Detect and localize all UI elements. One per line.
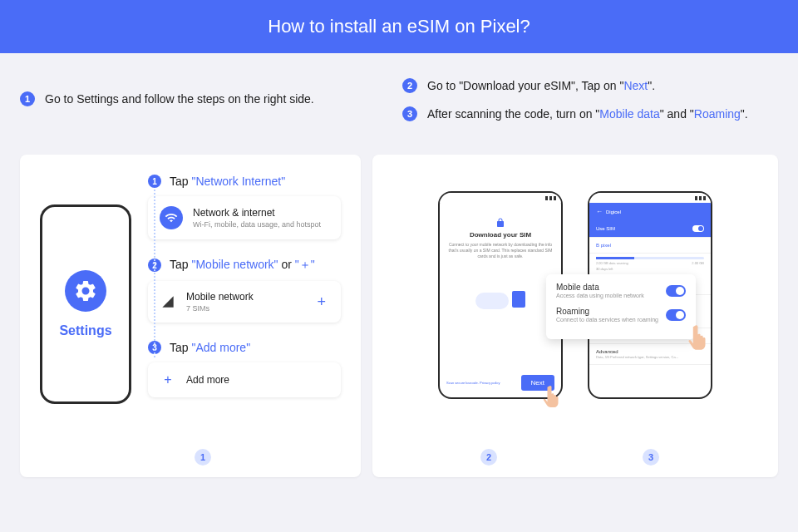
card-title: Network & internet [193, 207, 329, 219]
plus-link: "＋" [295, 258, 315, 271]
plus-icon[interactable]: + [313, 293, 329, 311]
cloud-sim-illustration [475, 284, 525, 318]
hand-pointer-icon [686, 323, 711, 352]
step-3: 3 Tap "Add more" + Add more [148, 341, 341, 397]
instruction-1: 1 Go to Settings and follow the steps on… [20, 91, 369, 106]
card-text: Mobile network 7 SIMs [186, 291, 303, 313]
badge-3: 3 [402, 106, 417, 121]
panel-2: Download your SIM Connect to your mobile… [372, 155, 778, 477]
panel-number-3: 3 [643, 449, 659, 466]
roaming-text: Roaming Connect to data services when ro… [556, 307, 658, 323]
plan-row: B pixel [589, 238, 711, 254]
mobile-data-link: Mobile data [599, 107, 659, 121]
badge-2: 2 [402, 78, 417, 93]
mobile-network-card[interactable]: Mobile network 7 SIMs + [148, 281, 341, 323]
instructions: 1 Go to Settings and follow the steps on… [20, 78, 778, 135]
use-sim-toggle[interactable] [692, 225, 704, 232]
instruction-3-text: After scanning the code, turn on "Mobile… [427, 107, 748, 121]
mock-body: Download your SIM Connect to your mobile… [440, 203, 561, 368]
steps: 1 Tap "Network Internet" Network & inter… [148, 175, 341, 457]
card-title: Mobile network [186, 291, 303, 303]
step-badge-2: 2 [148, 259, 161, 272]
mock-download-sim: Download your SIM Connect to your mobile… [438, 191, 563, 399]
step-1: 1 Tap "Network Internet" Network & inter… [148, 175, 341, 239]
page-title: How to install an eSIM on Pixel? [268, 16, 530, 37]
content: 1 Go to Settings and follow the steps on… [0, 53, 798, 477]
mock-phone-left: Download your SIM Connect to your mobile… [438, 191, 563, 399]
instruction-2: 2 Go to "Download your eSIM", Tap on "Ne… [402, 78, 778, 93]
carrier-header: ← Digicel [589, 203, 711, 220]
data-usage: 2.00 GB data warning2.00 GB 30 days left [589, 254, 711, 274]
instruction-1-text: Go to Settings and follow the steps on t… [45, 92, 314, 106]
instruction-right: 2 Go to "Download your eSIM", Tap on "Ne… [402, 78, 778, 135]
panel-number-1: 1 [195, 449, 211, 466]
phone-mocks: Download your SIM Connect to your mobile… [392, 175, 758, 399]
hand-pointer-icon [541, 384, 563, 409]
roaming-toggle[interactable] [666, 309, 686, 321]
settings-gear-icon [65, 270, 106, 312]
panels: Settings 1 Tap "Network Internet" Networ… [20, 155, 778, 477]
card-sub: Wi-Fi, mobile, data usage, and hotspot [193, 220, 329, 229]
mock-carrier-settings: ← Digicel Use SIM B pixel [588, 191, 712, 399]
mobile-network-link: "Mobile network" [191, 258, 278, 271]
card-text: Add more [186, 374, 329, 386]
phone-column: Settings [40, 175, 131, 457]
wifi-icon [160, 206, 183, 229]
step-3-head: 3 Tap "Add more" [148, 341, 341, 354]
status-bar [589, 193, 711, 203]
roaming-link: Roaming [694, 107, 741, 121]
network-internet-link: "Network Internet" [191, 175, 285, 188]
step-badge-3: 3 [148, 341, 161, 354]
instruction-left: 1 Go to Settings and follow the steps on… [20, 78, 369, 135]
download-sim-desc: Connect to your mobile network by downlo… [448, 242, 553, 259]
step-2: 2 Tap "Mobile network" or "＋" Mobile net… [148, 258, 341, 323]
instruction-3: 3 After scanning the code, turn on "Mobi… [402, 106, 778, 121]
instruction-2-text: Go to "Download your eSIM", Tap on "Next… [427, 79, 655, 92]
next-link: Next [623, 79, 648, 92]
plus-icon: + [160, 372, 176, 387]
download-sim-title: Download your SIM [470, 231, 531, 239]
add-more-card[interactable]: + Add more [148, 362, 341, 397]
panel-1: Settings 1 Tap "Network Internet" Networ… [20, 155, 361, 477]
toggle-popup: Mobile data Access data using mobile net… [546, 274, 696, 339]
card-text: Network & internet Wi-Fi, mobile, data u… [193, 207, 329, 229]
badge-1: 1 [20, 91, 35, 106]
roaming-row: Roaming Connect to data services when ro… [556, 307, 686, 323]
signal-icon [160, 293, 176, 310]
phone-frame: Settings [40, 204, 131, 404]
network-internet-card[interactable]: Network & internet Wi-Fi, mobile, data u… [148, 196, 341, 239]
settings-label: Settings [59, 323, 111, 338]
status-bar [440, 193, 561, 203]
step-1-head: 1 Tap "Network Internet" [148, 175, 341, 188]
step-2-head: 2 Tap "Mobile network" or "＋" [148, 258, 341, 273]
card-title: Add more [186, 374, 329, 386]
card-sub: 7 SIMs [186, 304, 303, 313]
mobile-data-row: Mobile data Access data using mobile net… [556, 283, 686, 298]
carrier-name: Digicel [606, 209, 621, 214]
lock-icon [495, 216, 505, 226]
sim-icon [512, 291, 525, 308]
use-sim-row[interactable]: Use SIM [589, 220, 711, 238]
footer-tiny: Scan secure barcode. Privacy policy [446, 381, 500, 385]
page-header: How to install an eSIM on Pixel? [0, 0, 798, 53]
step-badge-1: 1 [148, 175, 161, 188]
mobile-data-toggle[interactable] [666, 285, 686, 297]
panel-number-2: 2 [480, 449, 497, 466]
cloud-icon [475, 293, 509, 309]
mobile-data-text: Mobile data Access data using mobile net… [556, 283, 644, 298]
add-more-link: "Add more" [191, 341, 250, 354]
